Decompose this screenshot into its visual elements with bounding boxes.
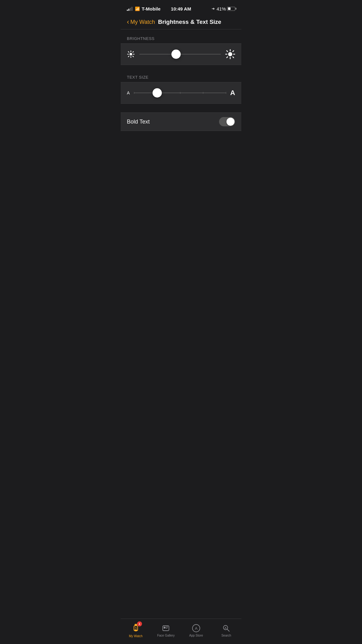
- back-button[interactable]: ‹ My Watch: [127, 19, 155, 25]
- brightness-slider[interactable]: [139, 49, 221, 60]
- status-bar: 📶 T-Mobile 10:49 AM ➔ 41%: [121, 0, 241, 15]
- text-size-track: [134, 93, 226, 93]
- svg-line-14: [227, 51, 228, 52]
- svg-line-17: [227, 57, 228, 58]
- svg-line-8: [128, 56, 129, 57]
- status-left: 📶 T-Mobile: [127, 6, 161, 11]
- page-title: Brightness & Text Size: [158, 19, 221, 25]
- battery-wrapper: 41%: [217, 6, 235, 11]
- carrier-name: T-Mobile: [142, 6, 161, 11]
- wifi-icon: 📶: [135, 7, 140, 11]
- battery-icon: [227, 7, 235, 11]
- brightness-section-header: BRIGHTNESS: [121, 29, 241, 43]
- battery-fill: [228, 7, 231, 10]
- status-right: ➔ 41%: [212, 6, 235, 11]
- svg-point-9: [228, 52, 232, 56]
- svg-line-7: [133, 52, 133, 52]
- svg-line-6: [133, 56, 133, 57]
- bold-text-label: Bold Text: [127, 119, 150, 125]
- svg-point-0: [130, 53, 132, 56]
- text-size-slider[interactable]: [134, 87, 226, 98]
- text-size-slider-section: A A: [121, 82, 241, 104]
- main-content: BRIGHTNESS: [121, 29, 241, 159]
- brightness-slider-section: [121, 43, 241, 65]
- brightness-track: [139, 54, 221, 54]
- text-size-section-header: TEXT SIZE: [121, 68, 241, 82]
- svg-line-5: [128, 52, 129, 52]
- brightness-thumb[interactable]: [171, 50, 181, 59]
- bold-text-row: Bold Text: [121, 113, 241, 131]
- text-size-thumb[interactable]: [153, 88, 162, 98]
- toggle-thumb: [226, 118, 235, 126]
- text-size-min-label: A: [127, 90, 130, 95]
- bold-text-group: Bold Text: [121, 112, 241, 131]
- svg-line-15: [233, 57, 234, 58]
- back-chevron-icon: ‹: [127, 19, 129, 25]
- back-label: My Watch: [130, 19, 155, 25]
- svg-line-16: [233, 51, 234, 52]
- location-icon: ➔: [212, 7, 215, 11]
- battery-percent: 41%: [217, 6, 226, 11]
- brightness-min-icon: [127, 50, 135, 58]
- nav-header: ‹ My Watch Brightness & Text Size: [121, 15, 241, 29]
- signal-icon: [127, 7, 132, 11]
- status-time: 10:49 AM: [171, 6, 191, 11]
- text-size-max-label: A: [230, 89, 235, 97]
- brightness-max-icon: [225, 49, 235, 59]
- bold-text-toggle[interactable]: [219, 117, 235, 126]
